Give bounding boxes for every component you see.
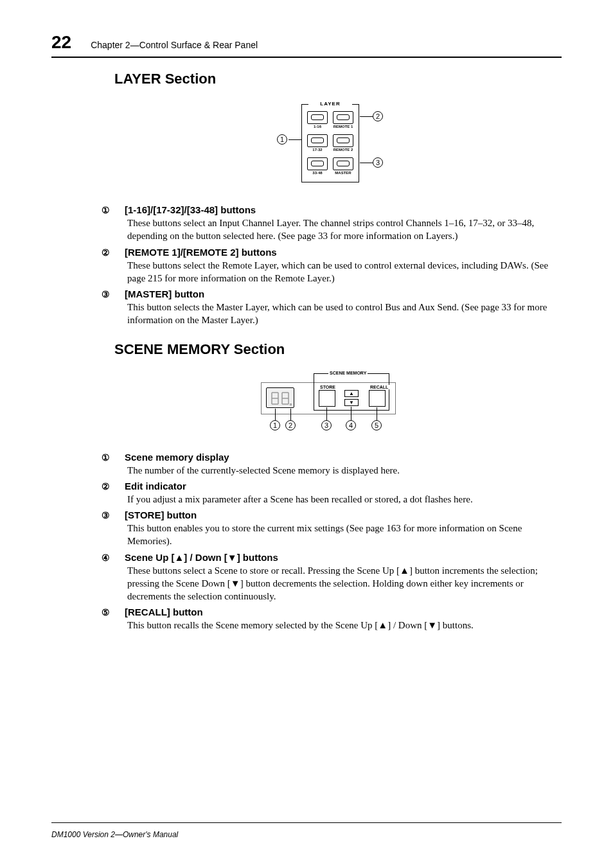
button-17-32 <box>307 134 328 147</box>
item-title-s3: [STORE] button <box>125 509 197 520</box>
item-layer-3: ③[MASTER] button This button selects the… <box>114 288 549 327</box>
layer-diagram: LAYER 1-16 REMOTE 1 17-32 REMOTE 2 33-4 <box>283 99 380 189</box>
button-remote2 <box>333 134 353 147</box>
callout-line-s3 <box>326 407 327 420</box>
item-num-s1: ① <box>114 452 125 463</box>
callout-3: 3 <box>373 157 383 168</box>
scene-up-button: ▲ <box>344 390 359 397</box>
item-body-s1: The number of the currently-selected Sce… <box>127 464 549 477</box>
item-layer-1: ①[1-16]/[17-32]/[33-48] buttons These bu… <box>114 204 549 243</box>
callout-s5: 5 <box>371 420 382 430</box>
callout-line-3 <box>360 163 373 163</box>
page-number: 22 <box>51 32 71 53</box>
item-body-s4: These buttons select a Scene to store or… <box>127 564 549 603</box>
item-scene-1: ①Scene memory display The number of the … <box>114 452 549 477</box>
layer-panel-box: LAYER 1-16 REMOTE 1 17-32 REMOTE 2 33-4 <box>301 104 359 182</box>
label-1-16: 1-16 <box>306 125 329 128</box>
button-remote1 <box>333 111 353 124</box>
item-title-s2: Edit indicator <box>125 481 186 492</box>
item-layer-2: ②[REMOTE 1]/[REMOTE 2] buttons These but… <box>114 247 549 285</box>
item-body-s5: This button recalls the Scene memory sel… <box>127 619 549 632</box>
item-body-3: This button selects the Master Layer, wh… <box>127 301 549 327</box>
callout-s1: 1 <box>270 420 280 430</box>
item-body-1: These buttons select an Input Channel La… <box>127 217 549 243</box>
item-num-s5: ⑤ <box>114 607 125 617</box>
callout-line-s4 <box>351 407 351 420</box>
callout-line-s1 <box>275 409 276 420</box>
callout-s2: 2 <box>285 420 296 430</box>
item-num-s2: ② <box>114 481 125 492</box>
footer-text: DM1000 Version 2—Owner's Manual <box>51 830 178 839</box>
callout-line-s5 <box>377 407 377 420</box>
item-num-s3: ③ <box>114 510 125 520</box>
item-scene-5: ⑤[RECALL] button This button recalls the… <box>114 607 549 632</box>
item-title-s5: [RECALL] button <box>125 607 203 617</box>
item-scene-2: ②Edit indicator If you adjust a mix para… <box>114 481 549 506</box>
recall-button <box>369 390 386 407</box>
store-label: STORE <box>319 385 337 389</box>
button-33-48 <box>307 157 328 170</box>
callout-line-2 <box>360 116 373 117</box>
seven-seg-digit-2 <box>281 391 290 405</box>
store-button <box>319 390 335 407</box>
page-content: LAYER Section LAYER 1-16 REMOTE 1 17-32 … <box>114 71 549 632</box>
layer-panel-title: LAYER <box>308 101 352 107</box>
item-title-s4: Scene Up [▲] / Down [▼] buttons <box>125 552 278 563</box>
scene-memory-display <box>266 387 294 408</box>
callout-s3: 3 <box>321 420 332 430</box>
layer-diagram-wrap: LAYER 1-16 REMOTE 1 17-32 REMOTE 2 33-4 <box>114 99 549 191</box>
scene-diagram-wrap: SCENE MEMORY STORE ▲ ▼ RECALL 1 2 3 4 5 <box>114 367 549 440</box>
chapter-reference: Chapter 2—Control Surface & Rear Panel <box>91 40 258 50</box>
button-master <box>333 157 353 170</box>
label-master: MASTER <box>332 171 355 175</box>
page-header: 22 Chapter 2—Control Surface & Rear Pane… <box>51 32 562 58</box>
item-title-3: [MASTER] button <box>125 288 204 299</box>
item-num-2: ② <box>114 247 125 258</box>
seven-seg-digit-1 <box>271 391 280 405</box>
item-body-s3: This button enables you to store the cur… <box>127 522 549 548</box>
scene-diagram: SCENE MEMORY STORE ▲ ▼ RECALL 1 2 3 4 5 <box>254 367 409 438</box>
item-body-s2: If you adjust a mix parameter after a Sc… <box>127 493 549 506</box>
layer-row-3: 33-48 MASTER <box>306 157 355 179</box>
callout-1: 1 <box>277 134 287 145</box>
callout-line-s2 <box>290 409 291 420</box>
item-num-s4: ④ <box>114 553 125 563</box>
label-33-48: 33-48 <box>306 171 329 175</box>
label-17-32: 17-32 <box>306 148 329 152</box>
item-title-s1: Scene memory display <box>125 452 229 463</box>
item-num-1: ① <box>114 205 125 215</box>
recall-label: RECALL <box>369 385 389 389</box>
section-title-layer: LAYER Section <box>114 71 549 87</box>
button-1-16 <box>307 111 328 124</box>
item-scene-4: ④Scene Up [▲] / Down [▼] buttons These b… <box>114 552 549 603</box>
item-num-3: ③ <box>114 289 125 299</box>
layer-row-2: 17-32 REMOTE 2 <box>306 134 355 156</box>
item-title-1: [1-16]/[17-32]/[33-48] buttons <box>125 204 256 215</box>
label-remote2: REMOTE 2 <box>332 148 355 152</box>
callout-s4: 4 <box>346 420 356 430</box>
scene-down-button: ▼ <box>344 399 359 406</box>
item-title-2: [REMOTE 1]/[REMOTE 2] buttons <box>125 247 277 258</box>
item-scene-3: ③[STORE] button This button enables you … <box>114 509 549 548</box>
label-remote1: REMOTE 1 <box>332 125 355 128</box>
callout-2: 2 <box>373 111 383 121</box>
item-body-2: These buttons select the Remote Layer, w… <box>127 259 549 285</box>
layer-row-1: 1-16 REMOTE 1 <box>306 111 355 133</box>
callout-line-1 <box>289 139 301 140</box>
footer-rule <box>51 822 562 823</box>
section-title-scene: SCENE MEMORY Section <box>114 341 549 358</box>
edit-dot <box>290 403 292 405</box>
scene-memory-group-label: SCENE MEMORY <box>328 371 368 375</box>
